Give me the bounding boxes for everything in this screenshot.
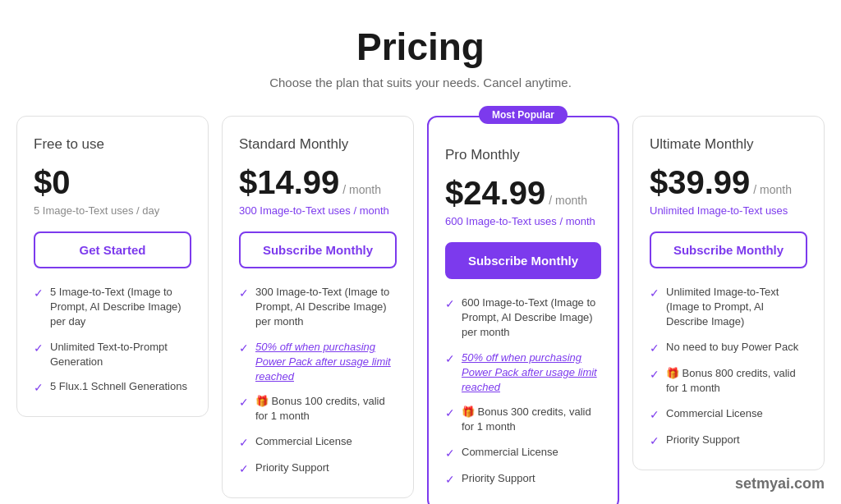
feature-text: 5 Flux.1 Schnell Generations — [50, 379, 187, 394]
feature-text: 5 Image-to-Text (Image to Prompt, AI Des… — [50, 285, 191, 330]
feature-item: ✓No need to buy Power Pack — [650, 340, 807, 357]
page-subtitle: Choose the plan that suits your needs. C… — [16, 76, 825, 89]
feature-text: 300 Image-to-Text (Image to Prompt, AI D… — [255, 285, 397, 330]
price-amount-free: $0 — [34, 164, 71, 201]
feature-item: ✓5 Flux.1 Schnell Generations — [34, 379, 191, 396]
subscribe-button-pro[interactable]: Subscribe Monthly — [445, 242, 601, 279]
feature-text: Priority Support — [666, 433, 740, 447]
plan-name-free: Free to use — [34, 136, 191, 153]
check-icon: ✓ — [239, 286, 249, 302]
plan-subtitle-pro: 600 Image-to-Text uses / month — [445, 215, 601, 227]
plan-price-pro: $24.99 / month — [445, 175, 601, 212]
popular-badge: Most Popular — [479, 106, 568, 124]
plan-name-pro: Pro Monthly — [445, 147, 601, 163]
check-icon: ✓ — [445, 472, 455, 488]
price-period-ultimate: / month — [753, 183, 792, 196]
check-icon: ✓ — [34, 380, 44, 396]
feature-link[interactable]: 50% off when purchasing Power Pack after… — [255, 340, 397, 385]
check-icon: ✓ — [650, 286, 659, 302]
check-icon: ✓ — [445, 446, 455, 462]
feature-text: 🎁 Bonus 100 credits, valid for 1 month — [255, 394, 397, 424]
plan-subtitle-free: 5 Image-to-Text uses / day — [34, 204, 191, 217]
feature-item: ✓300 Image-to-Text (Image to Prompt, AI … — [239, 285, 397, 330]
feature-text: Commercial License — [462, 445, 558, 460]
check-icon: ✓ — [650, 407, 659, 424]
feature-item: ✓50% off when purchasing Power Pack afte… — [239, 340, 397, 385]
feature-item: ✓🎁 Bonus 800 credits, valid for 1 month — [650, 366, 807, 396]
check-icon: ✓ — [650, 367, 659, 383]
feature-item: ✓Commercial License — [239, 434, 397, 451]
feature-item: ✓Priority Support — [650, 433, 807, 450]
plan-price-standard: $14.99 / month — [239, 164, 397, 201]
plan-card-free: Free to use $0 5 Image-to-Text uses / da… — [16, 116, 209, 417]
feature-item: ✓50% off when purchasing Power Pack afte… — [445, 351, 601, 396]
plan-subtitle-ultimate: Unlimited Image-to-Text uses — [650, 204, 807, 217]
price-period-pro: / month — [549, 194, 587, 207]
watermark: setmyai.com — [735, 475, 825, 493]
feature-item: ✓🎁 Bonus 100 credits, valid for 1 month — [239, 394, 397, 424]
plan-card-ultimate: Ultimate Monthly $39.99 / month Unlimite… — [632, 116, 825, 470]
page-header: Pricing Choose the plan that suits your … — [16, 25, 825, 89]
check-icon: ✓ — [34, 341, 44, 357]
feature-text: 🎁 Bonus 300 credits, valid for 1 month — [462, 405, 601, 434]
feature-item: ✓Unlimited Image-to-Text (Image to Promp… — [650, 285, 807, 330]
feature-text: 600 Image-to-Text (Image to Prompt, AI D… — [462, 296, 601, 341]
check-icon: ✓ — [650, 341, 659, 357]
plan-name-ultimate: Ultimate Monthly — [650, 136, 807, 153]
check-icon: ✓ — [239, 461, 249, 478]
feature-text: Commercial License — [666, 406, 763, 421]
page-title: Pricing — [16, 25, 825, 69]
feature-text: Unlimited Text-to-Prompt Generation — [50, 340, 191, 369]
feature-item: ✓Commercial License — [650, 406, 807, 424]
feature-text: No need to buy Power Pack — [666, 340, 798, 355]
plan-price-ultimate: $39.99 / month — [650, 164, 807, 201]
features-list-ultimate: ✓Unlimited Image-to-Text (Image to Promp… — [650, 285, 807, 450]
plan-card-pro: Most PopularPro Monthly $24.99 / month 6… — [427, 116, 619, 504]
feature-item: ✓Unlimited Text-to-Prompt Generation — [34, 340, 191, 369]
check-icon: ✓ — [445, 296, 455, 313]
price-period-standard: / month — [342, 183, 381, 196]
feature-item: ✓🎁 Bonus 300 credits, valid for 1 month — [445, 405, 601, 434]
check-icon: ✓ — [239, 395, 249, 411]
subscribe-button-standard[interactable]: Subscribe Monthly — [239, 231, 397, 268]
price-amount-ultimate: $39.99 — [650, 164, 750, 201]
price-amount-standard: $14.99 — [239, 164, 339, 201]
feature-link[interactable]: 50% off when purchasing Power Pack after… — [462, 351, 601, 396]
check-icon: ✓ — [650, 433, 659, 450]
features-list-pro: ✓600 Image-to-Text (Image to Prompt, AI … — [445, 296, 601, 488]
feature-text: 🎁 Bonus 800 credits, valid for 1 month — [666, 366, 807, 396]
subscribe-button-free[interactable]: Get Started — [34, 231, 191, 268]
plans-grid: Free to use $0 5 Image-to-Text uses / da… — [16, 116, 825, 504]
check-icon: ✓ — [239, 435, 249, 451]
feature-item: ✓5 Image-to-Text (Image to Prompt, AI De… — [34, 285, 191, 330]
page-wrapper: Pricing Choose the plan that suits your … — [0, 0, 841, 504]
subscribe-button-ultimate[interactable]: Subscribe Monthly — [650, 231, 807, 268]
features-list-free: ✓5 Image-to-Text (Image to Prompt, AI De… — [34, 285, 191, 396]
feature-text: Unlimited Image-to-Text (Image to Prompt… — [666, 285, 807, 330]
features-list-standard: ✓300 Image-to-Text (Image to Prompt, AI … — [239, 285, 397, 478]
check-icon: ✓ — [445, 351, 455, 368]
plan-name-standard: Standard Monthly — [239, 136, 397, 153]
feature-text: Commercial License — [255, 434, 352, 449]
plan-subtitle-standard: 300 Image-to-Text uses / month — [239, 204, 397, 217]
feature-item: ✓600 Image-to-Text (Image to Prompt, AI … — [445, 296, 601, 341]
feature-text: Priority Support — [255, 460, 329, 475]
feature-item: ✓Priority Support — [239, 460, 397, 478]
plan-price-free: $0 — [34, 164, 191, 201]
price-amount-pro: $24.99 — [445, 175, 545, 212]
feature-item: ✓Commercial License — [445, 445, 601, 462]
feature-item: ✓Priority Support — [445, 471, 601, 488]
check-icon: ✓ — [239, 341, 249, 357]
check-icon: ✓ — [34, 286, 44, 302]
check-icon: ✓ — [445, 405, 455, 422]
plan-card-standard: Standard Monthly $14.99 / month 300 Imag… — [222, 116, 414, 498]
feature-text: Priority Support — [462, 471, 535, 486]
